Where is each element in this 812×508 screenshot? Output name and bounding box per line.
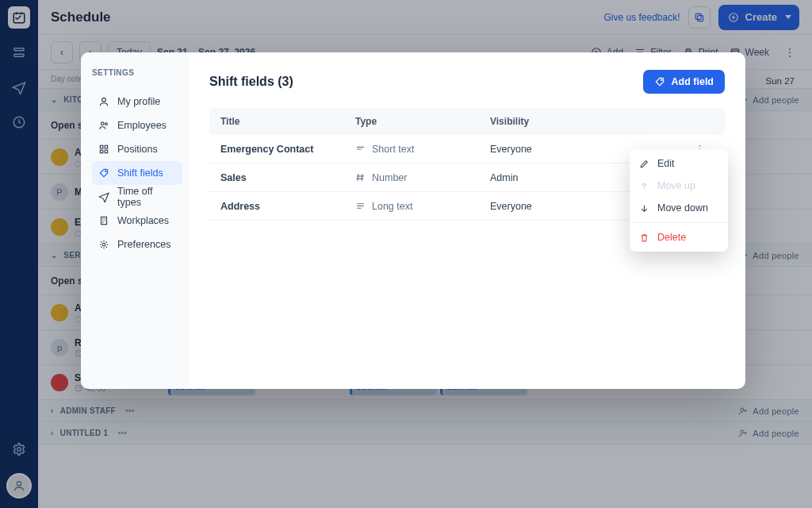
nav-label: My profile (117, 96, 160, 107)
trash-icon (639, 233, 649, 243)
settings-heading: SETTINGS (92, 68, 182, 77)
nav-label: Shift fields (117, 167, 163, 179)
user-icon (98, 96, 109, 107)
svg-point-19 (102, 122, 105, 125)
svg-rect-26 (102, 217, 107, 224)
pencil-icon (639, 159, 649, 169)
nav-label: Time off types (117, 186, 176, 208)
modal-body: Shift fields (3) Add field Title Type Vi… (189, 52, 745, 389)
nav-shift-fields[interactable]: Shift fields (92, 161, 182, 185)
field-title: Sales (220, 172, 355, 183)
tag-icon (654, 76, 665, 87)
modal-title: Shift fields (3) (209, 75, 293, 89)
ctx-separator (630, 222, 728, 223)
add-field-button[interactable]: Add field (643, 70, 725, 94)
nav-time-off[interactable]: Time off types (92, 185, 182, 209)
nav-preferences[interactable]: Preferences (92, 233, 182, 256)
plane-icon (98, 191, 109, 202)
svg-point-28 (661, 79, 661, 80)
add-field-label: Add field (672, 76, 714, 87)
col-title: Title (220, 116, 355, 127)
long-text-icon (355, 201, 366, 211)
row-context-menu: Edit Move up Move down Delete (630, 149, 728, 252)
svg-point-20 (105, 123, 107, 125)
nav-label: Positions (117, 144, 158, 155)
nav-label: Employees (117, 120, 167, 131)
nav-label: Workplaces (117, 215, 169, 226)
tag-icon (98, 167, 109, 179)
settings-modal: SETTINGS My profile Employees Positions … (81, 52, 745, 389)
nav-positions[interactable]: Positions (92, 137, 182, 161)
col-type: Type (355, 116, 490, 127)
col-visibility: Visibility (490, 116, 685, 127)
arrow-up-icon (639, 181, 649, 191)
ctx-move-up: Move up (630, 175, 728, 197)
fields-header: Title Type Visibility (209, 108, 725, 135)
svg-point-18 (102, 98, 106, 102)
ctx-delete[interactable]: Delete (630, 226, 728, 248)
ctx-edit[interactable]: Edit (630, 152, 728, 175)
field-title: Emergency Contact (220, 144, 355, 155)
users-icon (98, 120, 109, 131)
nav-my-profile[interactable]: My profile (92, 90, 182, 114)
svg-rect-24 (105, 150, 108, 153)
nav-label: Preferences (117, 239, 170, 250)
arrow-down-icon (639, 203, 649, 214)
settings-nav: SETTINGS My profile Employees Positions … (81, 52, 189, 389)
building-icon (98, 215, 109, 226)
grid-icon (98, 144, 109, 155)
field-title: Address (220, 201, 355, 212)
svg-rect-21 (100, 145, 102, 148)
number-icon (355, 172, 366, 183)
gear-icon (98, 239, 109, 250)
svg-point-27 (102, 243, 105, 246)
short-text-icon (355, 144, 366, 154)
ctx-move-down[interactable]: Move down (630, 197, 728, 219)
svg-rect-23 (100, 150, 102, 153)
nav-workplaces[interactable]: Workplaces (92, 209, 182, 233)
svg-rect-22 (105, 145, 108, 148)
svg-point-25 (105, 171, 106, 171)
nav-employees[interactable]: Employees (92, 114, 182, 137)
